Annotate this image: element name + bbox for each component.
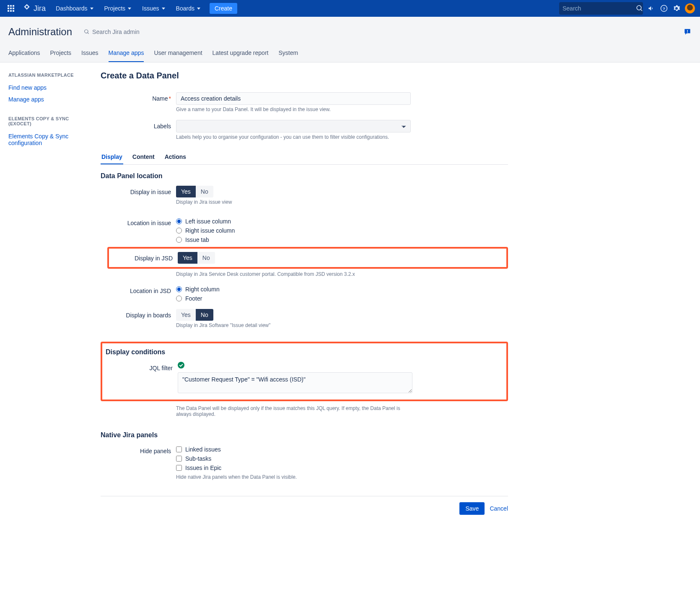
sidebar-heading-exocet: ELEMENTS COPY & SYNC (EXOCET)	[8, 116, 92, 126]
jira-logo[interactable]: Jira	[23, 3, 46, 14]
global-search-input[interactable]	[563, 5, 636, 12]
create-button[interactable]: Create	[210, 3, 237, 14]
jira-logo-text: Jira	[34, 4, 46, 13]
nav-boards[interactable]: Boards	[172, 0, 205, 17]
nav-label: Boards	[176, 5, 194, 12]
display-in-jsd-no[interactable]: No	[197, 252, 215, 264]
radio-label: Footer	[185, 295, 202, 302]
display-in-boards-help: Display in Jira Software "Issue detail v…	[176, 322, 411, 328]
display-in-boards-no[interactable]: No	[196, 309, 213, 321]
radio-label: Right column	[185, 286, 220, 293]
check-issues-epic[interactable]	[176, 465, 182, 471]
sidebar-item-find-apps[interactable]: Find new apps	[8, 82, 92, 93]
check-sub-tasks[interactable]	[176, 456, 182, 462]
display-in-jsd-yes[interactable]: Yes	[178, 252, 197, 264]
radio-label: Right issue column	[185, 227, 235, 234]
tab-applications[interactable]: Applications	[8, 49, 40, 62]
radio-label: Issue tab	[185, 236, 209, 243]
labels-select[interactable]	[176, 120, 411, 132]
chevron-down-icon	[90, 8, 93, 10]
tab-issues[interactable]: Issues	[81, 49, 98, 62]
radio-issue-tab[interactable]	[176, 237, 182, 243]
native-heading: Native Jira panels	[101, 431, 508, 439]
tab-manage-apps[interactable]: Manage apps	[109, 49, 144, 62]
form-footer: Save Cancel	[101, 496, 508, 515]
highlight-jsd: Display in JSD Yes No	[107, 247, 508, 269]
display-in-issue-toggle: Yes No	[176, 186, 213, 197]
sidebar-item-exocet-config[interactable]: Elements Copy & Sync configuration	[8, 130, 92, 149]
admin-tabs: Applications Projects Issues Manage apps…	[8, 49, 692, 62]
check-label: Linked issues	[185, 446, 221, 453]
save-button[interactable]: Save	[459, 502, 485, 515]
search-icon	[84, 29, 90, 35]
radio-jsd-footer[interactable]	[176, 296, 182, 301]
location-heading: Data Panel location	[101, 172, 508, 180]
display-in-jsd-help: Display in Jira Service Desk customer po…	[176, 271, 411, 277]
name-label: Name	[101, 92, 176, 118]
location-in-jsd-label: Location in JSD	[101, 285, 176, 303]
sidebar-item-manage-apps[interactable]: Manage apps	[8, 93, 92, 105]
config-tab-display[interactable]: Display	[101, 150, 123, 164]
chevron-down-icon	[197, 8, 200, 10]
content: Create a Data Panel Name Give a name to …	[101, 62, 520, 565]
admin-search[interactable]: Search Jira admin	[84, 29, 140, 35]
check-icon	[178, 362, 184, 368]
check-label: Issues in Epic	[185, 464, 221, 471]
jira-icon	[23, 3, 31, 14]
page-title: Create a Data Panel	[101, 71, 508, 80]
radio-right-column[interactable]	[176, 228, 182, 234]
radio-jsd-right[interactable]	[176, 286, 182, 292]
display-in-boards-label: Display in boards	[101, 309, 176, 334]
tab-system[interactable]: System	[278, 49, 298, 62]
admin-header: Administration Search Jira admin Applica…	[0, 17, 700, 62]
search-icon	[636, 4, 643, 13]
sidebar: ATLASSIAN MARKETPLACE Find new apps Mana…	[0, 62, 101, 565]
config-tab-content[interactable]: Content	[132, 150, 156, 164]
help-icon[interactable]: ?	[660, 4, 668, 13]
admin-search-placeholder: Search Jira admin	[92, 29, 140, 35]
radio-left-column[interactable]	[176, 218, 182, 224]
display-in-boards-yes[interactable]: Yes	[176, 309, 196, 321]
global-nav: Jira Dashboards Projects Issues Boards C…	[0, 0, 700, 17]
global-search[interactable]	[559, 2, 643, 15]
tab-user-management[interactable]: User management	[154, 49, 202, 62]
nav-label: Dashboards	[56, 5, 88, 12]
app-switcher-icon[interactable]	[5, 3, 17, 14]
feedback-icon[interactable]	[683, 28, 692, 36]
display-in-jsd-label: Display in JSD	[111, 252, 178, 264]
radio-label: Left issue column	[185, 218, 231, 225]
jql-label: JQL filter	[102, 362, 178, 394]
location-in-issue-label: Location in issue	[101, 217, 176, 244]
highlight-conditions: Display conditions JQL filter	[101, 342, 508, 401]
jql-help: The Data Panel will be displayed only if…	[176, 405, 411, 417]
display-in-issue-yes[interactable]: Yes	[176, 186, 196, 197]
display-in-issue-no[interactable]: No	[196, 186, 213, 197]
admin-title: Administration	[8, 26, 72, 38]
svg-text:?: ?	[663, 6, 665, 11]
nav-label: Issues	[142, 5, 159, 12]
user-avatar[interactable]	[685, 3, 695, 13]
hide-panels-help: Hide native Jira panels when the Data Pa…	[176, 474, 411, 480]
nav-projects[interactable]: Projects	[100, 0, 136, 17]
cancel-button[interactable]: Cancel	[490, 505, 508, 512]
settings-icon[interactable]	[672, 4, 681, 13]
name-input[interactable]	[176, 92, 411, 105]
chevron-down-icon	[128, 8, 131, 10]
tab-latest-upgrade[interactable]: Latest upgrade report	[213, 49, 269, 62]
config-tabs: Display Content Actions	[101, 150, 508, 165]
jql-textarea[interactable]	[178, 372, 412, 393]
check-linked-issues[interactable]	[176, 446, 182, 452]
display-in-jsd-toggle: Yes No	[178, 252, 215, 264]
name-help: Give a name to your Data Panel. It will …	[176, 106, 411, 112]
display-in-issue-help: Display in Jira issue view	[176, 199, 411, 205]
labels-label: Labels	[101, 120, 176, 146]
chevron-down-icon	[162, 8, 165, 10]
tab-projects[interactable]: Projects	[50, 49, 72, 62]
conditions-heading: Display conditions	[106, 348, 503, 356]
nav-issues[interactable]: Issues	[138, 0, 169, 17]
megaphone-icon[interactable]	[647, 4, 656, 13]
display-in-boards-toggle: Yes No	[176, 309, 213, 321]
nav-dashboards[interactable]: Dashboards	[52, 0, 98, 17]
config-tab-actions[interactable]: Actions	[164, 150, 187, 164]
sidebar-heading-marketplace: ATLASSIAN MARKETPLACE	[8, 73, 92, 78]
